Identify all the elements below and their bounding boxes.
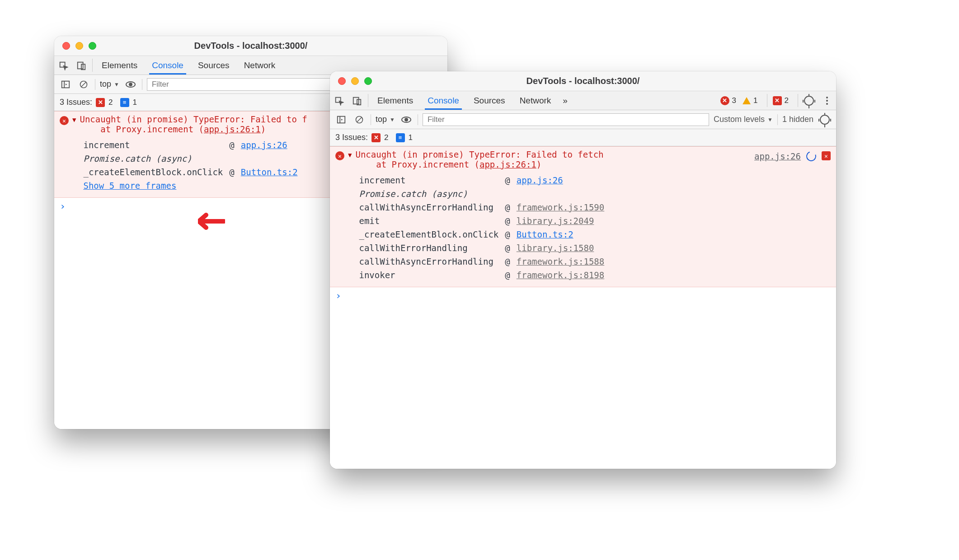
settings-gear-icon[interactable] bbox=[800, 91, 818, 110]
console-settings-gear-icon[interactable] bbox=[818, 115, 832, 125]
stack-at: @ bbox=[502, 215, 512, 227]
traffic-lights bbox=[62, 42, 96, 50]
stack-function: callWithAsyncErrorHandling bbox=[356, 255, 501, 268]
stack-at: @ bbox=[502, 255, 512, 268]
svg-rect-8 bbox=[353, 97, 359, 104]
stack-function: callWithAsyncErrorHandling bbox=[356, 201, 501, 214]
tabs-overflow-button[interactable]: » bbox=[558, 91, 572, 110]
tab-sources[interactable]: Sources bbox=[466, 91, 512, 110]
warning-status-icon bbox=[743, 97, 751, 104]
tab-elements[interactable]: Elements bbox=[94, 56, 145, 75]
error-source-link[interactable]: app.js:26:1 bbox=[204, 124, 261, 134]
zoom-window-button[interactable] bbox=[89, 42, 96, 50]
levels-label: Custom levels bbox=[714, 115, 765, 124]
error-origin-link[interactable]: app.js:26 bbox=[754, 151, 801, 161]
console-sidebar-toggle-icon[interactable] bbox=[334, 115, 348, 125]
stack-async-divider: Promise.catch (async) bbox=[356, 187, 607, 200]
dismiss-error-icon[interactable]: ✕ bbox=[822, 151, 831, 160]
more-menu-icon[interactable] bbox=[818, 91, 836, 110]
stack-location-link[interactable]: library.js:1580 bbox=[517, 243, 594, 253]
stack-function: _createElementBlock.onClick bbox=[80, 166, 226, 178]
stack-function: increment bbox=[356, 174, 501, 187]
issues-badge-count: 2 bbox=[785, 96, 789, 105]
stack-frame: Promise.catch (async) bbox=[356, 187, 607, 200]
stack-location-link[interactable]: framework.js:1588 bbox=[517, 257, 604, 266]
error-status-icon: ✕ bbox=[720, 96, 729, 105]
svg-point-6 bbox=[129, 83, 132, 86]
disclosure-triangle-icon[interactable]: ▼ bbox=[348, 151, 352, 282]
stack-frame: emit@library.js:2049 bbox=[356, 215, 607, 227]
device-toolbar-icon[interactable] bbox=[348, 91, 366, 110]
status-badges[interactable]: ✕ 3 1 bbox=[717, 91, 765, 110]
window-title: DevTools - localhost:3000/ bbox=[54, 41, 447, 51]
device-toolbar-icon[interactable] bbox=[72, 56, 90, 75]
titlebar: DevTools - localhost:3000/ bbox=[54, 36, 447, 56]
stack-location-link[interactable]: framework.js:1590 bbox=[517, 202, 604, 212]
tab-network[interactable]: Network bbox=[512, 91, 559, 110]
live-expression-icon[interactable] bbox=[124, 81, 137, 88]
stack-function: callWithErrorHandling bbox=[356, 242, 501, 254]
stack-function: _createElementBlock.onClick bbox=[356, 228, 501, 241]
console-sidebar-toggle-icon[interactable] bbox=[59, 79, 72, 89]
stack-at: @ bbox=[502, 201, 512, 214]
inspect-element-icon[interactable] bbox=[330, 91, 348, 110]
context-label: top bbox=[376, 115, 387, 124]
stack-location-link[interactable]: app.js:26 bbox=[517, 175, 563, 185]
zoom-window-button[interactable] bbox=[364, 77, 372, 85]
close-window-button[interactable] bbox=[62, 42, 70, 50]
tab-network[interactable]: Network bbox=[237, 56, 283, 75]
tab-console[interactable]: Console bbox=[420, 91, 466, 110]
minimize-window-button[interactable] bbox=[351, 77, 359, 85]
live-expression-icon[interactable] bbox=[400, 116, 413, 123]
message-count: 1 bbox=[133, 98, 137, 107]
stack-trace: increment@app.js:26Promise.catch (async)… bbox=[80, 138, 301, 193]
traffic-lights bbox=[338, 77, 372, 85]
error-source-link[interactable]: app.js:26:1 bbox=[480, 159, 536, 169]
stack-location-link[interactable]: Button.ts:2 bbox=[517, 229, 574, 239]
error-body: Uncaught (in promise) TypeError: Failed … bbox=[355, 149, 751, 282]
prompt-caret-icon: › bbox=[335, 290, 341, 301]
info-badge-icon: ≡ bbox=[396, 133, 405, 142]
context-selector[interactable]: top ▼ bbox=[100, 79, 119, 89]
minimize-window-button[interactable] bbox=[75, 42, 83, 50]
error-count: 2 bbox=[108, 98, 113, 107]
close-window-button[interactable] bbox=[338, 77, 346, 85]
console-error-entry[interactable]: ✕ ▼ Uncaught (in promise) TypeError: Fai… bbox=[330, 146, 836, 287]
hidden-count[interactable]: 1 hidden bbox=[782, 115, 813, 124]
warning-status-count: 1 bbox=[753, 96, 757, 105]
show-more-frames-link[interactable]: Show 5 more frames bbox=[83, 181, 176, 191]
stack-at: @ bbox=[502, 228, 512, 241]
filter-input[interactable] bbox=[423, 113, 709, 126]
stack-at: @ bbox=[502, 174, 512, 187]
error-icon: ✕ bbox=[335, 151, 344, 160]
issues-bar[interactable]: 3 Issues: ✕ 2 ≡ 1 bbox=[330, 129, 836, 146]
stack-function: increment bbox=[80, 139, 226, 151]
context-selector[interactable]: top ▼ bbox=[376, 115, 395, 124]
tab-sources[interactable]: Sources bbox=[191, 56, 237, 75]
issues-shortcut[interactable]: ✕ 2 bbox=[769, 91, 796, 110]
stack-location-link[interactable]: framework.js:8198 bbox=[517, 270, 604, 280]
stack-frame: Promise.catch (async) bbox=[80, 152, 300, 165]
stack-location-link[interactable]: Button.ts:2 bbox=[241, 167, 298, 177]
error-count: 2 bbox=[384, 133, 388, 142]
tab-elements[interactable]: Elements bbox=[370, 91, 420, 110]
stack-location-link[interactable]: library.js:2049 bbox=[517, 216, 594, 226]
stack-trace: increment@app.js:26Promise.catch (async)… bbox=[355, 173, 608, 282]
clear-console-icon[interactable] bbox=[353, 115, 366, 124]
svg-point-13 bbox=[405, 118, 408, 121]
stack-async-divider: Promise.catch (async) bbox=[80, 152, 300, 165]
reload-icon[interactable] bbox=[806, 151, 816, 161]
info-badge-icon: ≡ bbox=[120, 98, 129, 107]
error-badge-icon: ✕ bbox=[371, 133, 381, 142]
disclosure-triangle-icon[interactable]: ▼ bbox=[72, 116, 76, 193]
devtools-tabs: Elements Console Sources Network » ✕ 3 1… bbox=[330, 91, 836, 110]
stack-at: @ bbox=[502, 269, 512, 281]
tab-console[interactable]: Console bbox=[145, 56, 191, 75]
log-levels-selector[interactable]: Custom levels ▼ bbox=[714, 115, 773, 124]
clear-console-icon[interactable] bbox=[77, 80, 90, 89]
console-prompt[interactable]: › bbox=[330, 287, 836, 304]
console-filter-bar: top ▼ Custom levels ▼ 1 hidden bbox=[330, 110, 836, 129]
inspect-element-icon[interactable] bbox=[54, 56, 72, 75]
stack-location-link[interactable]: app.js:26 bbox=[241, 140, 287, 150]
stack-frame: increment@app.js:26 bbox=[80, 139, 300, 151]
